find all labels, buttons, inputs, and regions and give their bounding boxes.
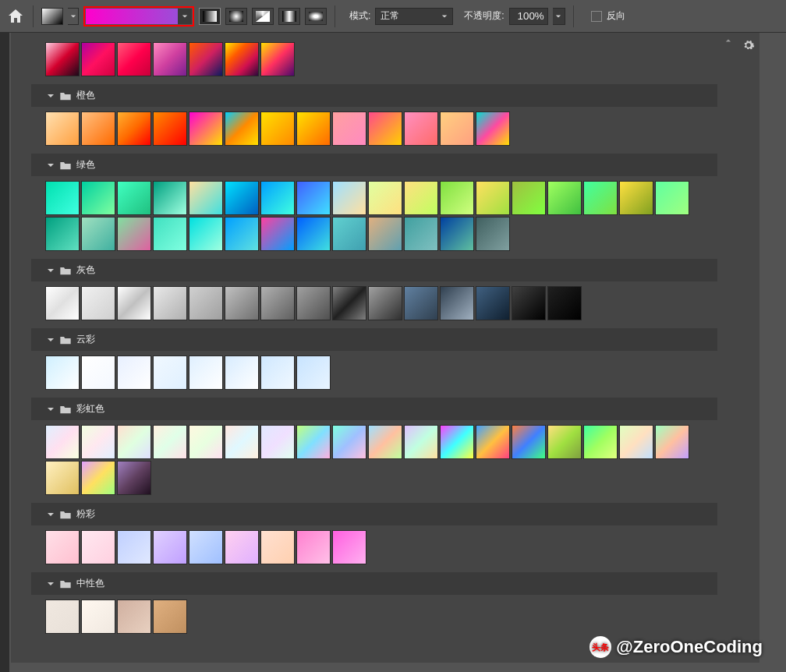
gradient-swatch[interactable]	[81, 425, 115, 459]
gradient-swatch[interactable]	[189, 217, 223, 251]
gradient-swatch[interactable]	[476, 425, 510, 459]
opacity-input[interactable]	[509, 8, 548, 25]
gradient-swatch[interactable]	[260, 425, 295, 459]
gradient-swatch[interactable]	[153, 42, 187, 76]
gradient-swatch[interactable]	[547, 286, 582, 320]
gradient-swatch[interactable]	[512, 286, 546, 320]
gradient-swatch[interactable]	[117, 530, 151, 564]
gradient-swatch[interactable]	[404, 181, 438, 215]
gradient-swatch[interactable]	[81, 181, 115, 215]
gradient-type-radial[interactable]	[225, 8, 247, 25]
folder-header[interactable]: 绿色	[31, 154, 717, 176]
gradient-swatch[interactable]	[332, 530, 366, 564]
gradient-swatch[interactable]	[332, 181, 366, 215]
gradient-swatch[interactable]	[81, 111, 115, 146]
folder-header[interactable]: 橙色	[31, 84, 717, 107]
gradient-swatch[interactable]	[368, 181, 402, 215]
folder-header[interactable]: 灰色	[31, 259, 717, 281]
gradient-swatch[interactable]	[81, 530, 115, 564]
gradient-swatch[interactable]	[619, 181, 653, 215]
gradient-swatch[interactable]	[440, 111, 474, 146]
gradient-swatch[interactable]	[404, 286, 438, 320]
tool-preset-well[interactable]	[41, 8, 63, 25]
gradient-swatch[interactable]	[153, 217, 187, 251]
gradient-swatch[interactable]	[368, 286, 402, 320]
gradient-type-diamond[interactable]	[305, 8, 327, 25]
gradient-swatch[interactable]	[117, 599, 151, 634]
gradient-swatch[interactable]	[117, 461, 151, 495]
gradient-swatch[interactable]	[45, 425, 80, 459]
gradient-swatch[interactable]	[332, 286, 366, 320]
gradient-swatch[interactable]	[225, 181, 259, 215]
gradient-swatch[interactable]	[225, 42, 259, 76]
gradient-swatch[interactable]	[189, 286, 223, 320]
gradient-swatch[interactable]	[189, 111, 223, 146]
gradient-swatch[interactable]	[440, 425, 474, 459]
folder-header[interactable]: 粉彩	[31, 503, 717, 525]
gradient-swatch[interactable]	[583, 181, 618, 215]
gradient-swatch[interactable]	[512, 425, 546, 459]
gradient-type-linear[interactable]	[199, 8, 221, 25]
gradient-swatch[interactable]	[332, 111, 366, 146]
gradient-swatch[interactable]	[153, 286, 187, 320]
gradient-swatch[interactable]	[225, 111, 259, 146]
folder-header[interactable]: 云彩	[31, 328, 717, 351]
blend-mode-select[interactable]: 正常	[375, 8, 453, 25]
gradient-swatch[interactable]	[368, 217, 402, 251]
gradient-swatch[interactable]	[81, 355, 115, 390]
gradient-type-reflected[interactable]	[278, 8, 300, 25]
gradient-swatch[interactable]	[583, 425, 618, 459]
gradient-swatch[interactable]	[45, 355, 80, 390]
gradient-swatch[interactable]	[189, 42, 223, 76]
gradient-swatch[interactable]	[296, 530, 331, 564]
gradient-swatch[interactable]	[296, 425, 331, 459]
gradients-list[interactable]: 橙色绿色灰色云彩彩虹色粉彩中性色	[11, 33, 738, 663]
gradient-swatch[interactable]	[476, 286, 510, 320]
gradient-swatch[interactable]	[81, 217, 115, 251]
gradient-swatch[interactable]	[655, 181, 689, 215]
gradient-swatch[interactable]	[440, 217, 474, 251]
gradient-swatch[interactable]	[153, 530, 187, 564]
gradient-swatch[interactable]	[476, 111, 510, 146]
gradient-swatch[interactable]	[81, 42, 115, 76]
gradient-swatch[interactable]	[189, 530, 223, 564]
gradient-swatch[interactable]	[189, 181, 223, 215]
gradient-swatch[interactable]	[476, 217, 510, 251]
gradient-swatch[interactable]	[296, 181, 331, 215]
collapse-up-icon[interactable]	[725, 37, 731, 44]
gradient-swatch[interactable]	[225, 425, 259, 459]
gradient-swatch[interactable]	[404, 111, 438, 146]
gradient-swatch[interactable]	[368, 425, 402, 459]
gradient-swatch[interactable]	[404, 425, 438, 459]
gradient-type-angle[interactable]	[252, 8, 274, 25]
gradient-swatch[interactable]	[117, 42, 151, 76]
gradient-swatch[interactable]	[117, 425, 151, 459]
gradient-swatch[interactable]	[81, 286, 115, 320]
gradient-swatch[interactable]	[404, 217, 438, 251]
gradient-swatch[interactable]	[45, 217, 80, 251]
gradient-swatch[interactable]	[260, 42, 295, 76]
gradient-swatch[interactable]	[619, 425, 653, 459]
gradient-swatch[interactable]	[45, 286, 80, 320]
folder-header[interactable]: 中性色	[31, 572, 717, 595]
opacity-flyout[interactable]	[553, 8, 565, 25]
gradient-swatch[interactable]	[440, 181, 474, 215]
gradient-swatch[interactable]	[260, 530, 295, 564]
gradient-swatch[interactable]	[655, 425, 689, 459]
gradient-swatch[interactable]	[260, 355, 295, 390]
gradient-swatch[interactable]	[153, 425, 187, 459]
gradient-swatch[interactable]	[81, 461, 115, 495]
reverse-checkbox[interactable]	[591, 11, 602, 22]
tool-preset-dropdown[interactable]	[68, 8, 79, 25]
gradient-preview[interactable]	[86, 9, 178, 24]
gradient-swatch[interactable]	[296, 111, 331, 146]
gradient-swatch[interactable]	[547, 181, 582, 215]
gradient-picker-dropdown[interactable]	[178, 9, 192, 24]
gradient-swatch[interactable]	[117, 355, 151, 390]
gradient-swatch[interactable]	[512, 181, 546, 215]
gradient-swatch[interactable]	[368, 111, 402, 146]
gradient-swatch[interactable]	[476, 181, 510, 215]
gradient-swatch[interactable]	[45, 181, 80, 215]
gradient-swatch[interactable]	[45, 461, 80, 495]
gradient-swatch[interactable]	[45, 599, 80, 634]
